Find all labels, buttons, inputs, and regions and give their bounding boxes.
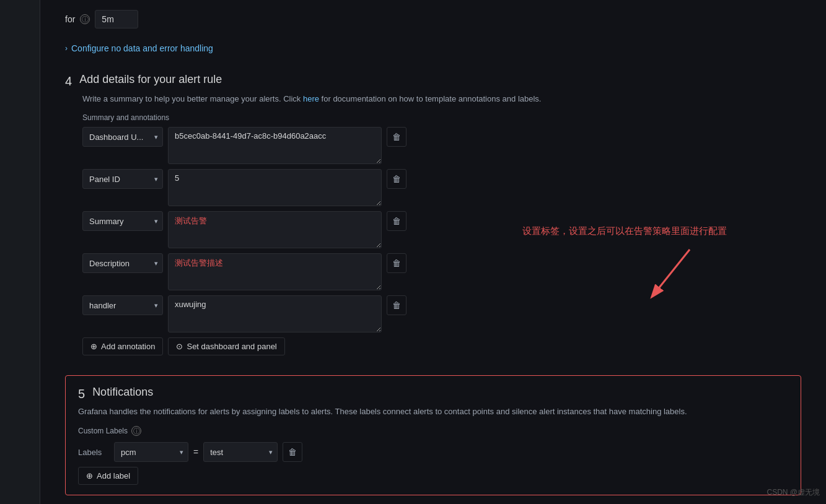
section-4: 4 Add details for your alert rule Write …: [65, 63, 801, 365]
annotation-key-select[interactable]: Description: [82, 253, 163, 273]
add-label-action: ⊕ Add label: [78, 467, 788, 485]
section-4-header: 4 Add details for your alert rule: [65, 73, 801, 89]
for-row: for ⓘ: [65, 0, 801, 38]
label-value-select-wrapper: test: [203, 442, 278, 462]
add-label-button[interactable]: ⊕ Add label: [78, 467, 138, 485]
annotation-value-textarea[interactable]: b5cec0ab-8441-49d7-ac8c-b94d60a2aacc: [168, 127, 382, 164]
delete-label-btn[interactable]: 🗑: [283, 442, 302, 462]
delete-annotation-btn[interactable]: 🗑: [387, 211, 406, 231]
plus-circle-icon: ⊕: [86, 471, 93, 480]
dashboard-icon: ⊙: [176, 342, 183, 351]
section-5-title: Notifications: [92, 386, 153, 399]
for-label: for: [65, 14, 75, 24]
annotation-key-wrapper: Panel ID: [82, 169, 163, 189]
label-key-select[interactable]: pcm: [114, 442, 188, 462]
annotation-key-wrapper: Description: [82, 253, 163, 273]
for-input[interactable]: [95, 10, 138, 28]
add-annotation-label: Add annotation: [101, 342, 155, 351]
section-5-desc: Grafana handles the notifications for al…: [78, 407, 788, 416]
add-annotation-button[interactable]: ⊕ Add annotation: [82, 337, 163, 355]
configure-link[interactable]: › Configure no data and error handling: [65, 38, 801, 63]
configure-link-label: Configure no data and error handling: [71, 43, 213, 53]
delete-annotation-btn[interactable]: 🗑: [387, 169, 406, 189]
delete-annotation-btn[interactable]: 🗑: [387, 295, 406, 315]
labels-key: Labels: [78, 448, 109, 457]
section-4-number: 4: [65, 73, 72, 89]
delete-annotation-btn[interactable]: 🗑: [387, 253, 406, 273]
chevron-right-icon: ›: [65, 44, 68, 53]
main-content: for ⓘ › Configure no data and error hand…: [40, 0, 826, 504]
left-sidebar: [0, 0, 40, 504]
add-label-label: Add label: [97, 471, 130, 480]
annotation-row: Dashboard U... b5cec0ab-8441-49d7-ac8c-b…: [82, 127, 801, 164]
delete-annotation-btn[interactable]: 🗑: [387, 127, 406, 147]
set-dashboard-label: Set dashboard and panel: [187, 342, 276, 351]
set-dashboard-button[interactable]: ⊙ Set dashboard and panel: [168, 337, 284, 355]
annotation-value-textarea[interactable]: 测试告警: [168, 211, 382, 248]
annotation-key-wrapper: Dashboard U...: [82, 127, 163, 147]
annotation-callout: 设置标签，设置之后可以在告警策略里面进行配置: [522, 224, 727, 305]
plus-icon: ⊕: [90, 342, 97, 351]
annotation-key-select[interactable]: Dashboard U...: [82, 127, 163, 147]
annotation-value-textarea[interactable]: xuwujing: [168, 295, 382, 332]
action-buttons: ⊕ Add annotation ⊙ Set dashboard and pan…: [82, 337, 801, 355]
label-key-select-wrapper: pcm: [114, 442, 188, 462]
annotation-row: Panel ID 5 🗑: [82, 169, 801, 206]
annotation-key-select[interactable]: Panel ID: [82, 169, 163, 189]
label-value-select[interactable]: test: [203, 442, 278, 462]
custom-labels-header: Custom Labels ⓘ: [78, 426, 788, 436]
callout-text: 设置标签，设置之后可以在告警策略里面进行配置: [522, 224, 727, 238]
info-icon[interactable]: ⓘ: [80, 14, 90, 24]
equals-sign: =: [193, 447, 198, 457]
section-5-number: 5: [78, 386, 85, 402]
arrow-container: [522, 243, 727, 305]
annotation-value-textarea[interactable]: 测试告警描述: [168, 253, 382, 290]
label-row: Labels pcm = test 🗑: [78, 442, 788, 462]
watermark: CSDN @虚无境: [767, 487, 820, 498]
section-4-desc: Write a summary to help you better manag…: [82, 94, 801, 103]
section-5: 5 Notifications Grafana handles the noti…: [65, 375, 801, 495]
annotation-key-select[interactable]: Summary: [82, 211, 163, 231]
section-5-header: 5 Notifications: [78, 386, 788, 402]
annotation-value-textarea[interactable]: 5: [168, 169, 382, 206]
section-4-title: Add details for your alert rule: [79, 73, 222, 86]
svg-line-1: [652, 250, 690, 296]
red-arrow-icon: [634, 243, 708, 305]
custom-labels-label: Custom Labels: [78, 427, 128, 435]
summary-annotations-label: Summary and annotations: [82, 113, 801, 122]
annotation-key-select[interactable]: handler: [82, 295, 163, 315]
custom-labels-info-icon[interactable]: ⓘ: [131, 426, 141, 436]
annotation-key-wrapper: handler: [82, 295, 163, 315]
here-link[interactable]: here: [303, 94, 319, 103]
annotation-key-wrapper: Summary: [82, 211, 163, 231]
